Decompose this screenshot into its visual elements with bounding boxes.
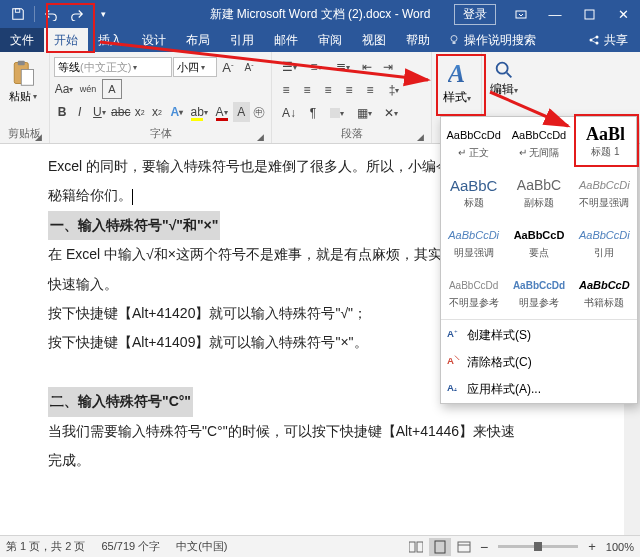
tab-home[interactable]: 开始 <box>44 28 88 52</box>
grow-font-button[interactable]: Aˆ <box>218 57 238 77</box>
web-layout-icon[interactable] <box>453 538 475 556</box>
tab-file[interactable]: 文件 <box>0 28 44 52</box>
shrink-font-button[interactable]: Aˇ <box>239 57 259 77</box>
char-border-button[interactable]: A <box>102 79 122 99</box>
style-tile[interactable]: AaBbCcDd不明显参考 <box>441 267 506 317</box>
tell-me-search[interactable]: 操作说明搜索 <box>440 28 544 52</box>
minimize-icon[interactable]: — <box>538 0 572 28</box>
distribute-button[interactable]: ≡ <box>360 80 380 100</box>
show-marks-button[interactable]: ¶ <box>303 103 323 123</box>
clipboard-launcher-icon[interactable]: ◢ <box>33 132 43 142</box>
style-tile[interactable]: AaBbC标题 <box>441 167 506 217</box>
font-launcher-icon[interactable]: ◢ <box>255 132 265 142</box>
login-button[interactable]: 登录 <box>454 4 496 25</box>
justify-button[interactable]: ≡ <box>339 80 359 100</box>
body-text: 按下快捷键【Alt+41409】就可以输入特殊符号"×"。 <box>48 334 368 350</box>
tab-design[interactable]: 设计 <box>132 28 176 52</box>
body-text: 秘籍给你们。 <box>48 187 132 203</box>
styles-button[interactable]: A 样式▾ <box>436 55 477 106</box>
line-spacing-button[interactable]: ‡▾ <box>381 80 407 100</box>
find-icon <box>493 59 515 81</box>
read-mode-icon[interactable] <box>405 538 427 556</box>
apply-style-icon: A₄ <box>447 380 461 394</box>
style-tile[interactable]: AaBbCcD书籍标题 <box>572 267 637 317</box>
undo-icon[interactable] <box>39 3 63 25</box>
enclose-char-button[interactable]: ㊥ <box>251 102 267 122</box>
clear-format-menuitem[interactable]: A 清除格式(C) <box>441 349 637 376</box>
bold-button[interactable]: B <box>54 102 70 122</box>
language-indicator[interactable]: 中文(中国) <box>176 539 227 554</box>
body-text: 按下快捷键【Alt+41420】就可以输入特殊符号"√"； <box>48 305 367 321</box>
align-center-button[interactable]: ≡ <box>297 80 317 100</box>
numbering-button[interactable]: ≡▾ <box>303 57 329 77</box>
close-icon[interactable]: ✕ <box>606 0 640 28</box>
style-tile[interactable]: AaBbC副标题 <box>506 167 571 217</box>
style-tile[interactable]: AaBbCcD要点 <box>506 217 571 267</box>
highlight-button[interactable]: ab▾ <box>189 102 210 122</box>
italic-button[interactable]: I <box>71 102 87 122</box>
bullets-button[interactable]: ☰▾ <box>276 57 302 77</box>
tab-review[interactable]: 审阅 <box>308 28 352 52</box>
font-name-combo[interactable]: 等线(中文正文)▾ <box>54 57 172 77</box>
align-right-button[interactable]: ≡ <box>318 80 338 100</box>
svg-rect-19 <box>458 542 470 552</box>
paragraph-launcher-icon[interactable]: ◢ <box>415 132 425 142</box>
status-bar: 第 1 页，共 2 页 65/719 个字 中文(中国) − + 100% <box>0 535 640 557</box>
share-button[interactable]: 共享 <box>576 28 640 52</box>
ribbon-display-icon[interactable] <box>504 0 538 28</box>
style-tile[interactable]: AaBbCcDi不明显强调 <box>572 167 637 217</box>
paste-icon <box>9 59 37 87</box>
style-tile[interactable]: AaBbCcDd明显参考 <box>506 267 571 317</box>
change-case-button[interactable]: Aa▾ <box>54 79 74 99</box>
apply-style-menuitem[interactable]: A₄ 应用样式(A)... <box>441 376 637 403</box>
align-left-button[interactable]: ≡ <box>276 80 296 100</box>
decrease-indent-button[interactable]: ⇤ <box>357 57 377 77</box>
style-tile-title1-featured[interactable]: AaBl 标题 1 <box>574 116 637 166</box>
zoom-slider[interactable] <box>498 545 578 548</box>
quick-access-toolbar: ▾ <box>0 0 115 28</box>
zoom-level[interactable]: 100% <box>606 541 634 553</box>
font-color-button[interactable]: A▾ <box>211 102 232 122</box>
create-style-menuitem[interactable]: A₊ 创建样式(S) <box>441 322 637 349</box>
print-layout-icon[interactable] <box>429 538 451 556</box>
tab-view[interactable]: 视图 <box>352 28 396 52</box>
zoom-in-button[interactable]: + <box>584 539 600 554</box>
section-heading: 二、输入特殊符号"C°" <box>48 387 193 416</box>
tab-help[interactable]: 帮助 <box>396 28 440 52</box>
char-shading-button[interactable]: A <box>233 102 249 122</box>
page-indicator[interactable]: 第 1 页，共 2 页 <box>6 539 85 554</box>
superscript-button[interactable]: x2 <box>149 102 165 122</box>
borders-button[interactable]: ▦▾ <box>351 103 377 123</box>
font-size-combo[interactable]: 小四▾ <box>173 57 217 77</box>
group-font: 等线(中文正文)▾ 小四▾ Aˆ Aˇ Aa▾ wén A B I U▾ <box>50 52 272 143</box>
increase-indent-button[interactable]: ⇥ <box>378 57 398 77</box>
tab-references[interactable]: 引用 <box>220 28 264 52</box>
maximize-icon[interactable] <box>572 0 606 28</box>
zoom-out-button[interactable]: − <box>476 539 492 555</box>
strikethrough-button[interactable]: abc <box>111 102 130 122</box>
snap-button[interactable]: ✕▾ <box>378 103 404 123</box>
create-style-icon: A₊ <box>447 326 461 340</box>
redo-icon[interactable] <box>65 3 89 25</box>
qat-customize-icon[interactable]: ▾ <box>91 3 115 25</box>
tab-insert[interactable]: 插入 <box>88 28 132 52</box>
style-tile[interactable]: AaBbCcDd↵ 正文 <box>441 117 506 167</box>
multilevel-button[interactable]: ≣▾ <box>330 57 356 77</box>
editing-button[interactable]: 编辑▾ <box>486 55 522 98</box>
phonetic-guide-button[interactable]: wén <box>75 79 101 99</box>
svg-text:₊: ₊ <box>454 327 458 334</box>
paste-button[interactable]: 粘贴▾ <box>4 55 42 104</box>
word-count[interactable]: 65/719 个字 <box>101 539 160 554</box>
shading-button[interactable]: ▾ <box>324 103 350 123</box>
underline-button[interactable]: U▾ <box>89 102 110 122</box>
tab-layout[interactable]: 布局 <box>176 28 220 52</box>
style-tile[interactable]: AaBbCcDi明显强调 <box>441 217 506 267</box>
save-icon[interactable] <box>6 3 30 25</box>
text-effects-button[interactable]: A▾ <box>166 102 187 122</box>
sort-button[interactable]: A↓ <box>276 103 302 123</box>
style-tile[interactable]: AaBbCcDi引用 <box>572 217 637 267</box>
tab-mailings[interactable]: 邮件 <box>264 28 308 52</box>
body-text: 快速输入。 <box>48 276 118 292</box>
style-tile[interactable]: AaBbCcDd↵ 无间隔 <box>506 117 571 167</box>
subscript-button[interactable]: x2 <box>131 102 147 122</box>
